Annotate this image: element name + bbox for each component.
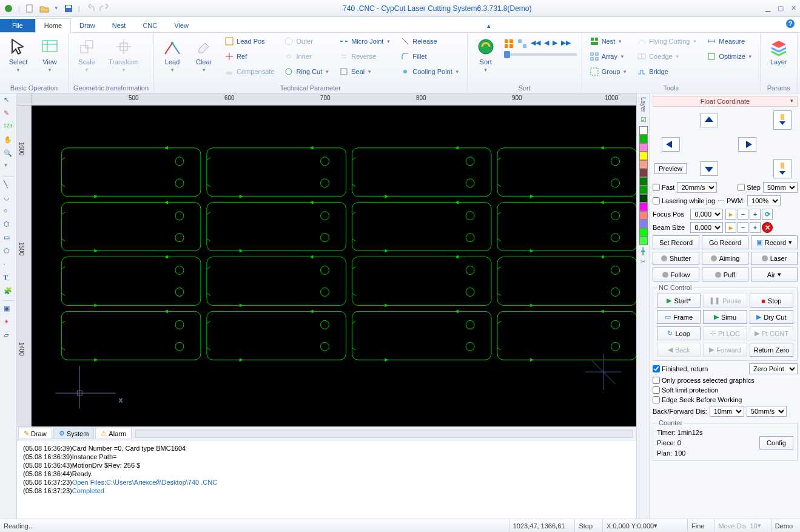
reverse-button[interactable]: Reverse bbox=[337, 50, 393, 62]
bridge-button[interactable]: Bridge bbox=[634, 66, 699, 78]
ribbon-min-icon[interactable]: ▴ bbox=[482, 19, 496, 32]
record-dropdown[interactable]: ▣Record▾ bbox=[751, 235, 798, 249]
clear-button[interactable]: Clear▼ bbox=[190, 35, 217, 75]
group-sel-icon[interactable]: ▣ bbox=[4, 305, 13, 314]
arc-icon[interactable]: ◡ bbox=[4, 194, 13, 203]
tab-draw[interactable]: Draw bbox=[71, 19, 104, 32]
zoom-icon[interactable]: 🔍 bbox=[4, 149, 13, 159]
beam-plus-button[interactable]: + bbox=[750, 222, 761, 233]
layer-add-icon[interactable]: ╋ bbox=[641, 247, 645, 255]
microjoint-button[interactable]: Micro Joint▼ bbox=[337, 35, 393, 47]
ptloc-button[interactable]: ⊹Pt LOC bbox=[703, 326, 747, 340]
status-fine[interactable]: Fine bbox=[687, 519, 708, 532]
beam-stop-button[interactable]: ✕ bbox=[762, 222, 773, 233]
pwm-select[interactable]: 100% bbox=[747, 195, 781, 206]
layer-cut-icon[interactable]: ✂ bbox=[640, 258, 646, 266]
magic-icon[interactable]: ✦ bbox=[4, 318, 13, 328]
gorecord-button[interactable]: Go Record bbox=[702, 235, 748, 249]
bfd-speed-select[interactable]: 50mm/s bbox=[747, 406, 787, 417]
layer-swatch[interactable] bbox=[639, 135, 648, 143]
open-file-icon[interactable] bbox=[39, 4, 49, 13]
layer-check-icon[interactable]: ☑ bbox=[640, 116, 647, 124]
close-icon[interactable]: ✕ bbox=[791, 4, 796, 12]
tab-home[interactable]: Home bbox=[35, 18, 71, 33]
scale-button[interactable]: Scale▼ bbox=[73, 35, 100, 75]
layer-swatch[interactable] bbox=[639, 186, 648, 194]
circle-icon[interactable]: ○ bbox=[4, 207, 13, 217]
z-up-button[interactable] bbox=[773, 110, 792, 130]
bfd-dist-select[interactable]: 10mm bbox=[710, 406, 744, 417]
layer-swatch[interactable] bbox=[639, 152, 648, 160]
ptcont-button[interactable]: ▶Pt CONT bbox=[750, 326, 793, 340]
fillet-button[interactable]: Fillet bbox=[398, 50, 462, 62]
jog-right-button[interactable] bbox=[738, 137, 756, 152]
beam-go-button[interactable]: ▸ bbox=[725, 222, 736, 233]
sort-num-icon[interactable]: 123 bbox=[4, 123, 13, 132]
focus-minus-button[interactable]: − bbox=[738, 209, 748, 220]
compensate-button[interactable]: Compensate bbox=[222, 66, 277, 78]
forward-button[interactable]: ▶Forward bbox=[703, 343, 747, 357]
jog-down-button[interactable] bbox=[700, 161, 718, 176]
sort-slider[interactable] bbox=[504, 53, 577, 56]
new-file-icon[interactable] bbox=[25, 4, 35, 13]
zeropoint-select[interactable]: Zero Point bbox=[749, 363, 798, 374]
layer-swatch[interactable] bbox=[639, 194, 648, 203]
focus-refresh-button[interactable]: ⟳ bbox=[762, 209, 773, 220]
tab-draw-bottom[interactable]: ✎Draw bbox=[18, 428, 52, 439]
nest-button[interactable]: Nest▼ bbox=[587, 35, 630, 47]
pointer-icon[interactable]: ↖ bbox=[4, 96, 13, 106]
sort-first-icon[interactable]: ◀◀ bbox=[531, 39, 540, 50]
select-button[interactable]: Select▼ bbox=[5, 35, 32, 75]
follow-button[interactable]: Follow bbox=[653, 268, 699, 281]
layer-swatch[interactable] bbox=[639, 126, 648, 135]
transform-button[interactable]: Transform▼ bbox=[105, 35, 143, 75]
coolingpoint-button[interactable]: Cooling Point▼ bbox=[398, 66, 462, 78]
tab-cnc[interactable]: CNC bbox=[134, 19, 166, 32]
ringcut-button[interactable]: Ring Cut▼ bbox=[281, 66, 332, 78]
shutter-button[interactable]: Shutter bbox=[653, 252, 699, 265]
point-icon[interactable]: · bbox=[4, 260, 13, 270]
beam-select[interactable]: 0,000 bbox=[690, 222, 723, 233]
coord-mode-dropdown[interactable]: Float Coordinate bbox=[653, 96, 798, 107]
sort-next-icon[interactable]: ▶ bbox=[553, 39, 557, 50]
focus-plus-button[interactable]: + bbox=[750, 209, 761, 220]
dd-icon[interactable]: ▼ bbox=[4, 163, 13, 172]
fast-checkbox[interactable]: Fast bbox=[653, 184, 674, 191]
release-button[interactable]: Release bbox=[398, 35, 462, 47]
layer-swatch[interactable] bbox=[639, 203, 648, 211]
puzzle-icon[interactable]: 🧩 bbox=[4, 287, 13, 297]
layer-swatch[interactable] bbox=[639, 143, 648, 152]
array-button[interactable]: Array▼ bbox=[587, 50, 630, 62]
redo-icon[interactable] bbox=[99, 4, 109, 13]
undo-icon[interactable] bbox=[85, 4, 95, 13]
canvas[interactable]: x bbox=[32, 106, 636, 426]
step-dist-select[interactable]: 50mm bbox=[763, 182, 798, 193]
flying-button[interactable]: Flying Cutting▼ bbox=[634, 35, 699, 47]
config-button[interactable]: Config bbox=[759, 436, 793, 450]
start-button[interactable]: ▶Start* bbox=[657, 294, 701, 308]
tab-nest[interactable]: Nest bbox=[104, 19, 135, 32]
h-scrollbar[interactable] bbox=[135, 429, 633, 438]
step-checkbox[interactable]: Step bbox=[738, 184, 761, 191]
minimize-icon[interactable]: ▁ bbox=[765, 4, 770, 12]
layer-swatch[interactable] bbox=[639, 228, 648, 237]
sort-swap-icon[interactable] bbox=[517, 39, 527, 50]
coedge-button[interactable]: Coedge▼ bbox=[634, 50, 699, 62]
finished-checkbox[interactable]: Finished, return bbox=[653, 365, 708, 372]
layer-swatch[interactable] bbox=[639, 220, 648, 228]
tab-view[interactable]: View bbox=[166, 19, 197, 32]
layer-swatch[interactable] bbox=[639, 237, 648, 245]
text-icon[interactable]: T bbox=[4, 274, 13, 283]
outer-button[interactable]: Outer bbox=[281, 35, 332, 47]
seal-button[interactable]: Seal▼ bbox=[337, 66, 393, 78]
edgeseek-checkbox[interactable]: Edge Seek Before Working bbox=[653, 396, 798, 403]
onlyselected-checkbox[interactable]: Only process selected graphics bbox=[653, 377, 798, 384]
lasering-checkbox[interactable]: Lasering while jog bbox=[653, 197, 715, 204]
layer-button[interactable]: Layer bbox=[765, 35, 792, 67]
tab-system-bottom[interactable]: ⚙System bbox=[53, 428, 95, 439]
polygon-icon[interactable]: ⬠ bbox=[4, 247, 13, 257]
layer-swatch[interactable] bbox=[639, 211, 648, 220]
leadpos-button[interactable]: Lead Pos bbox=[222, 35, 277, 47]
layer-swatch[interactable] bbox=[639, 169, 648, 177]
pan-icon[interactable]: ✋ bbox=[4, 136, 13, 146]
